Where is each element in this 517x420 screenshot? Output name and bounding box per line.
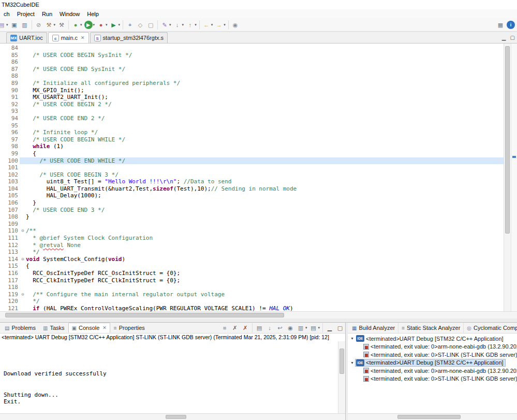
chevron-down-icon[interactable]: ▾ bbox=[349, 360, 355, 365]
code-line-103[interactable]: 103 uint8_t Test[] = "Hello World !!!\r\… bbox=[0, 178, 504, 185]
maximize-editor-icon[interactable]: ▢ bbox=[508, 35, 517, 40]
line-number[interactable]: 111 bbox=[0, 235, 20, 242]
menu-help[interactable]: Help bbox=[83, 11, 102, 17]
line-number[interactable]: 102 bbox=[0, 171, 20, 179]
line-number[interactable]: 94 bbox=[0, 115, 20, 122]
console-output[interactable]: Download verified successfully Shutting … bbox=[0, 341, 338, 413]
editor-tab-UART.ioc[interactable]: MXUART.ioc bbox=[6, 32, 47, 43]
code-line-84[interactable]: 84 bbox=[0, 45, 504, 52]
line-number[interactable]: 90 bbox=[0, 87, 20, 94]
code-line-110[interactable]: 110⊖/** bbox=[0, 227, 504, 235]
dropdown-arrow-icon[interactable]: ▾ bbox=[54, 23, 56, 27]
code-line-94[interactable]: 94 /* USER CODE END 2 */ bbox=[0, 115, 504, 122]
line-number[interactable]: 97 bbox=[0, 136, 20, 143]
fold-marker-icon[interactable]: ⊖ bbox=[20, 291, 26, 298]
close-tab-icon[interactable]: ✕ bbox=[81, 35, 85, 40]
debug-button[interactable]: ●▾ bbox=[71, 19, 83, 31]
view-tab-build-analyzer[interactable]: ▦Build Analyzer bbox=[349, 323, 398, 333]
code-line-111[interactable]: 111 * @brief System Clock Configuration bbox=[0, 235, 504, 242]
line-number[interactable]: 106 bbox=[0, 199, 20, 207]
remove-all-terminated-button[interactable]: ✗ bbox=[241, 322, 250, 334]
editor-tab-startup_stm32l476rgtx.s[interactable]: Sstartup_stm32l476rgtx.s bbox=[90, 32, 168, 43]
line-number[interactable]: 93 bbox=[0, 108, 20, 115]
line-number[interactable]: 98 bbox=[0, 143, 20, 150]
view-tab-tasks[interactable]: ▥Tasks bbox=[39, 323, 68, 333]
code-line-98[interactable]: 98 while (1) bbox=[0, 143, 504, 150]
dropdown-arrow-icon[interactable]: ▾ bbox=[93, 23, 95, 27]
code-line-88[interactable]: 88 bbox=[0, 73, 504, 80]
line-number[interactable]: 104 bbox=[0, 185, 20, 193]
scroll-lock-button[interactable]: ↓ bbox=[265, 322, 274, 334]
line-number[interactable]: 99 bbox=[0, 150, 20, 157]
dropdown-arrow-icon[interactable]: ▾ bbox=[169, 23, 171, 27]
debug-tree-item[interactable]: <terminated, exit value: 0>ST-LINK (ST-L… bbox=[348, 351, 517, 359]
code-line-95[interactable]: 95 bbox=[0, 122, 504, 129]
line-number[interactable]: 92 bbox=[0, 101, 20, 108]
fold-marker-icon[interactable]: ⊖ bbox=[20, 256, 26, 263]
line-number[interactable]: 108 bbox=[0, 213, 20, 221]
menu-run[interactable]: Run bbox=[38, 11, 56, 17]
code-line-104[interactable]: 104 HAL_UART_Transmit(&huart2,Test,sizeo… bbox=[0, 185, 504, 193]
run-button[interactable]: ▶▾ bbox=[84, 19, 96, 31]
dropdown-arrow-icon[interactable]: ▾ bbox=[80, 23, 82, 27]
scrollbar-thumb[interactable] bbox=[339, 349, 344, 374]
code-line-115[interactable]: 115{ bbox=[0, 263, 504, 270]
close-tab-icon[interactable]: ✕ bbox=[102, 325, 107, 330]
line-number[interactable]: 112 bbox=[0, 242, 20, 249]
editor-body[interactable]: 8485 /* USER CODE BEGIN SysInit */8687 /… bbox=[0, 44, 517, 311]
scrollbar-thumb[interactable] bbox=[5, 313, 284, 317]
code-line-118[interactable]: 118 bbox=[0, 284, 504, 291]
line-number[interactable]: 107 bbox=[0, 207, 20, 214]
code-line-121[interactable]: 121 if (HAL_PWREx_ControlVoltageScaling(… bbox=[0, 305, 504, 311]
previous-annotation-button[interactable]: ↑▾ bbox=[185, 19, 197, 31]
save-all-button[interactable]: ▥ bbox=[20, 19, 29, 31]
code-line-92[interactable]: 92 /* USER CODE BEGIN 2 */ bbox=[0, 101, 504, 108]
pin-editor-button[interactable]: ◉ bbox=[231, 19, 240, 31]
code-line-100[interactable]: 100 /* USER CODE END WHILE */ bbox=[0, 157, 504, 165]
menu-window[interactable]: Window bbox=[56, 11, 83, 17]
dropdown-arrow-icon[interactable]: ▾ bbox=[182, 23, 184, 27]
code-line-113[interactable]: 113 */ bbox=[0, 249, 504, 256]
dropdown-arrow-icon[interactable]: ▾ bbox=[6, 23, 8, 27]
editor-tab-main.c[interactable]: cmain.c✕ bbox=[48, 32, 89, 43]
dropdown-arrow-icon[interactable]: ▾ bbox=[224, 23, 226, 27]
line-number[interactable]: 113 bbox=[0, 249, 20, 256]
line-number[interactable]: 101 bbox=[0, 164, 20, 171]
code-editor[interactable]: 8485 /* USER CODE BEGIN SysInit */8687 /… bbox=[0, 44, 504, 311]
chevron-down-icon[interactable]: ▾ bbox=[349, 336, 355, 341]
line-number[interactable]: 118 bbox=[0, 284, 20, 291]
line-number[interactable]: 88 bbox=[0, 73, 20, 80]
editor-horizontal-scrollbar[interactable] bbox=[0, 311, 517, 318]
search-button[interactable]: ⌖ bbox=[125, 19, 135, 31]
code-line-108[interactable]: 108} bbox=[0, 213, 504, 221]
horizontal-sash[interactable] bbox=[0, 318, 517, 322]
code-line-90[interactable]: 90 MX_GPIO_Init(); bbox=[0, 87, 504, 94]
pin-console-button[interactable]: ◉ bbox=[286, 322, 295, 334]
line-number[interactable]: 109 bbox=[0, 221, 20, 228]
information-center-button[interactable]: i bbox=[506, 19, 515, 31]
code-line-99[interactable]: 99 { bbox=[0, 150, 504, 157]
line-number[interactable]: 87 bbox=[0, 66, 20, 73]
line-number[interactable]: 116 bbox=[0, 270, 20, 277]
code-line-91[interactable]: 91 MX_USART2_UART_Init(); bbox=[0, 94, 504, 101]
scrollbar-thumb[interactable] bbox=[166, 415, 186, 419]
line-number[interactable]: 114 bbox=[0, 256, 20, 263]
code-line-120[interactable]: 120 */ bbox=[0, 298, 504, 305]
scrollbar-thumb[interactable] bbox=[505, 46, 510, 234]
line-number[interactable]: 117 bbox=[0, 277, 20, 284]
dropdown-arrow-icon[interactable]: ▾ bbox=[195, 23, 197, 27]
dropdown-arrow-icon[interactable]: ▾ bbox=[119, 23, 121, 27]
open-resource-button[interactable]: ▢ bbox=[146, 19, 155, 31]
maximize-view-button[interactable]: ▢ bbox=[335, 322, 345, 334]
fold-marker-icon[interactable]: ⊖ bbox=[20, 227, 26, 235]
line-number[interactable]: 89 bbox=[0, 80, 20, 87]
console-horizontal-scrollbar[interactable] bbox=[0, 413, 345, 420]
scrollbar-thumb[interactable] bbox=[397, 415, 461, 419]
view-tab-console[interactable]: ▣Console✕ bbox=[68, 323, 110, 333]
code-line-89[interactable]: 89 /* Initialize all configured peripher… bbox=[0, 80, 504, 87]
code-line-112[interactable]: 112 * @retval None bbox=[0, 242, 504, 249]
debug-tree-item[interactable]: <terminated, exit value: 0>arm-none-eabi… bbox=[348, 343, 517, 351]
code-line-86[interactable]: 86 bbox=[0, 59, 504, 66]
build-button[interactable]: ⚒▾ bbox=[45, 19, 56, 31]
code-line-114[interactable]: 114⊖void SystemClock_Config(void) bbox=[0, 256, 504, 263]
